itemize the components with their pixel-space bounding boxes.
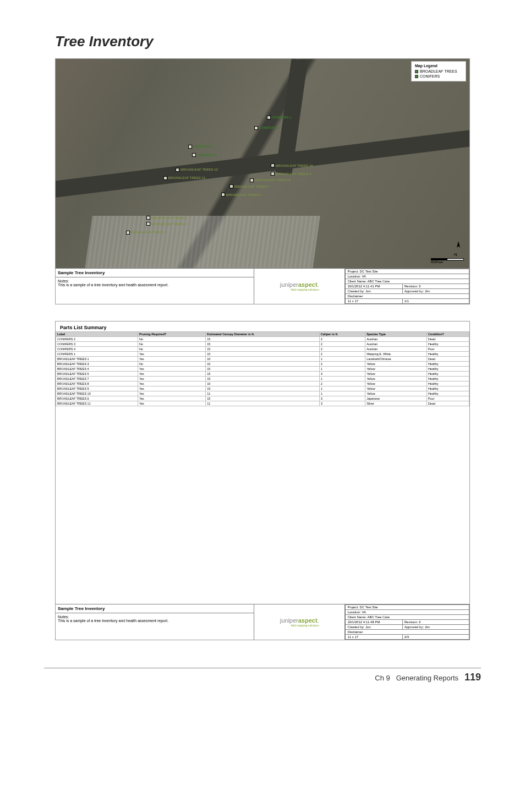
table-cell: 15 [206,342,320,347]
table-cell: Healthy [426,377,469,382]
chapter-label: Ch 9 [375,674,390,682]
tree-label-text: BROADLEAF TREES 4 [151,222,187,226]
info-cell: 10/1/2012 4:11:41 PM [346,284,402,289]
table-cell: No [138,337,205,342]
table-cell: BROADLEAF TREES 7 [56,377,138,382]
table-row: BROADLEAF TREES 11Yes113SilverDead [56,401,469,406]
table-row: CONIFERS 2No152AustrianDead [56,337,469,342]
table-cell: 15 [206,396,320,401]
table-row: BROADLEAF TREES 5Yes153YellowHealthy [56,372,469,377]
notes-text: This is a sample of a tree inventory and… [58,283,168,287]
tree-label-text: BROADLEAF TREES 11 [168,176,206,179]
table-cell: 2 [319,362,365,367]
table-cell: 1 [319,377,365,382]
table-cell: Yes [138,352,205,357]
scale-bar: 830Feet [431,258,464,264]
tree-label: BROADLEAF TREES 10 [271,164,313,167]
table-cell: CONIFERS 4 [56,347,138,352]
tree-pin-icon [254,126,258,130]
tree-label-text: CONIFERS 3 [193,145,213,148]
table-cell: 1 [319,357,365,362]
info-cell: Created by: Jon [346,289,402,294]
table-row: BROADLEAF TREES 8Yes102YellowHealthy [56,382,469,386]
table-cell: Austrian [365,337,427,342]
report-notes: Notes: This is a sample of a tree invent… [56,613,254,630]
table-cell: Yes [138,401,205,406]
table-cell: Lacebark/Chinese [365,357,427,362]
table-row: CONIFERS 4No152AustrianPoor [56,347,469,352]
table-cell: CONIFERS 1 [56,352,138,357]
table-cell: 1 [319,367,365,372]
table-cell: Healthy [426,352,469,357]
tree-label: BROADLEAF TREES 7 [229,184,270,188]
table-cell: 10 [206,362,320,367]
info-cell: Revision: 3 [402,620,469,625]
logo-tagline: field mapping solutions [280,288,319,291]
tree-label: CONIFERS 2 [254,126,279,130]
table-cell: 11 [206,401,320,406]
table-cell: Austrian [365,347,427,352]
tree-label: CONIFERS 4 [192,153,217,157]
info-cell: 2/3 [402,635,469,640]
tree-label: BROADLEAF TREES 3 [126,231,166,235]
tree-label: BROADLEAF TREES 4 [146,222,187,226]
table-cell: Healthy [426,367,469,372]
report-title: Sample Tree Inventory [56,269,254,277]
tree-pin-icon [192,153,196,157]
table-row: BROADLEAF TREES 1Yes101Lacebark/ChineseD… [56,357,469,362]
table-cell: 3 [319,401,365,406]
tree-pin-icon [267,116,271,119]
legend-label: BROADLEAF TREES [420,69,457,74]
logo-text: juniper [280,281,298,288]
tree-label: BROADLEAF TREES 8 [250,178,290,182]
table-cell: CONIFERS 2 [56,337,138,342]
table-row: BROADLEAF TREES 9Yes151YellowHealthy [56,386,469,391]
table-cell: 2 [319,337,365,342]
table-header: Estimated Canopy Diameter in ft. [206,332,320,337]
table-cell: Healthy [426,362,469,367]
info-cell: Approved by: Jim [402,625,469,630]
table-cell: 15 [206,386,320,391]
table-cell: Poor [426,396,469,401]
tree-icon [415,75,418,78]
tree-label-text: BROADLEAF TREES 9 [276,172,311,176]
report-title: Sample Tree Inventory [56,604,254,613]
table-cell: 1 [319,391,365,396]
tree-label-text: BROADLEAF TREES 8 [255,178,290,182]
table-row: CONIFERS 3No152AustrianHealthy [56,342,469,347]
table-cell: Yes [138,372,205,377]
table-cell: 10 [206,357,320,362]
info-cell: Revision: 3 [402,284,469,289]
table-cell: Yes [138,377,205,382]
table-cell: 1 [319,386,365,391]
table-header: Label [56,332,138,337]
table-cell: Poor [426,347,469,352]
info-cell: Created by: Jon [346,625,402,630]
info-cell: 1/1 [402,299,469,304]
logo-text: juniper [280,617,298,624]
table-cell: Weeping E. White [365,352,427,357]
map-legend: Map Legend BROADLEAF TREES CONIFERS [411,61,466,81]
logo-accent: aspect [298,617,318,624]
info-cell: Client Name: ABC Tree Care [346,615,469,620]
info-cell: Project: DC Test Site [346,605,469,610]
report-notes: Notes: This is a sample of a tree invent… [56,277,254,295]
parts-table: LabelPruning Required?Estimated Canopy D… [56,331,469,406]
table-cell: Healthy [426,391,469,396]
table-cell: 15 [206,372,320,377]
svg-marker-0 [457,241,460,248]
table-cell: Healthy [426,342,469,347]
info-table: Project: DC Test SiteLocation: VAClient … [345,269,469,304]
table-row: BROADLEAF TREES 7Yes151YellowHealthy [56,377,469,382]
table-cell: Yellow [365,362,427,367]
table-cell: Yes [138,382,205,386]
legend-item: CONIFERS [415,74,462,79]
table-cell: Healthy [426,386,469,391]
table-cell: 11 [206,391,320,396]
tree-label: BROADLEAF TREES 6 [221,193,261,197]
table-cell: No [138,347,205,352]
table-cell: Yellow [365,391,427,396]
tree-pin-icon [271,172,275,176]
info-cell: Disclaimer [346,630,469,635]
table-cell: BROADLEAF TREES 9 [56,386,138,391]
